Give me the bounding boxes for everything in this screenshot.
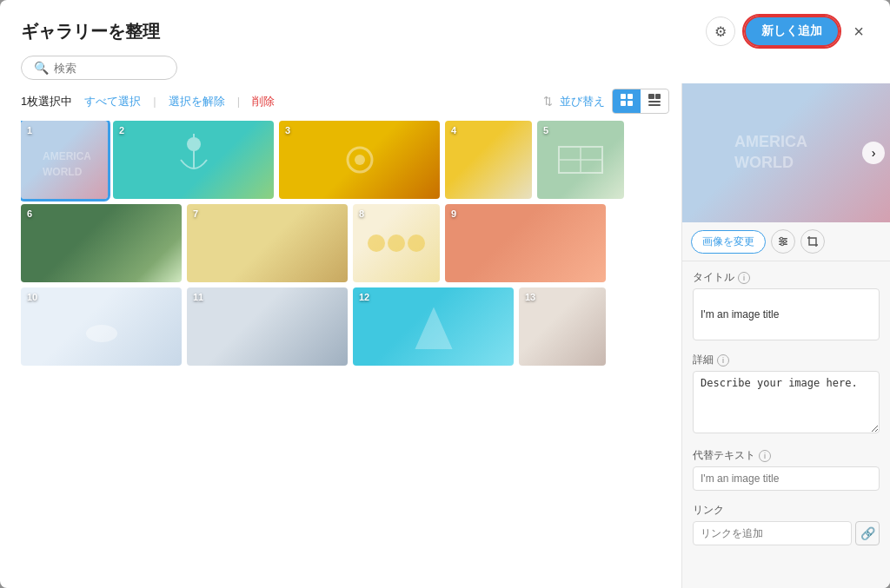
image-thumb-9[interactable]: 9 <box>445 204 606 282</box>
svg-rect-2 <box>621 101 626 106</box>
search-icon: 🔍 <box>34 61 49 75</box>
search-box: 🔍 <box>21 56 177 80</box>
svg-text:AMERICA: AMERICA <box>734 133 807 150</box>
sort-area: ⇅ 並び替え <box>543 89 669 114</box>
image-thumb-1[interactable]: AMERICAWORLD 1 <box>21 121 108 199</box>
image-bg-8 <box>353 204 440 282</box>
image-num-9: 9 <box>451 208 456 219</box>
image-bg-10 <box>21 287 182 366</box>
svg-point-28 <box>784 241 787 243</box>
svg-rect-4 <box>648 94 654 99</box>
detail-field-group: 詳細 i Describe your image here. <box>682 344 890 439</box>
image-num-2: 2 <box>119 125 124 135</box>
grid-row-2: 6 7 8 <box>21 204 669 282</box>
detail-info-icon[interactable]: i <box>717 354 729 367</box>
image-num-6: 6 <box>27 208 32 219</box>
grid-row-3: 10 11 12 13 <box>21 287 669 366</box>
title-field-group: タイトル i <box>682 261 890 344</box>
alt-text-field-group: 代替テキスト i <box>682 439 890 494</box>
image-thumb-6[interactable]: 6 <box>21 204 182 282</box>
link-input[interactable] <box>693 521 852 545</box>
image-num-12: 12 <box>359 292 369 302</box>
crop-icon-button[interactable] <box>800 229 825 254</box>
image-thumb-11[interactable]: 11 <box>187 287 348 366</box>
image-thumb-12[interactable]: 12 <box>353 287 514 366</box>
svg-rect-0 <box>621 94 626 99</box>
svg-rect-6 <box>648 101 661 102</box>
link-field-group: リンク 🔗 <box>682 494 890 549</box>
preview-next-button[interactable]: › <box>862 142 885 164</box>
deselect-button[interactable]: 選択を解除 <box>169 94 225 109</box>
settings-button[interactable]: ⚙ <box>706 17 735 46</box>
title-input[interactable] <box>693 288 880 340</box>
grid-view-button[interactable] <box>613 89 641 113</box>
svg-rect-1 <box>628 94 633 99</box>
detail-label: 詳細 i <box>693 353 880 367</box>
image-bg-5 <box>537 121 624 199</box>
svg-point-19 <box>408 235 425 252</box>
svg-point-17 <box>368 235 385 252</box>
adjust-icon-button[interactable] <box>771 229 795 254</box>
image-thumb-13[interactable]: 13 <box>519 287 606 366</box>
svg-rect-5 <box>655 94 661 99</box>
svg-text:AMERICA: AMERICA <box>43 150 90 162</box>
image-thumb-5[interactable]: 5 <box>537 121 624 199</box>
list-view-button[interactable] <box>641 89 668 113</box>
image-thumb-2[interactable]: 2 <box>113 121 274 199</box>
image-num-11: 11 <box>193 292 203 302</box>
svg-rect-7 <box>648 104 661 106</box>
gallery-grid: AMERICAWORLD 1 2 3 <box>21 121 669 576</box>
link-label: リンク <box>693 503 880 518</box>
image-bg-4 <box>445 121 532 199</box>
close-button[interactable]: × <box>848 20 869 43</box>
modal-title: ギャラリーを整理 <box>21 20 160 43</box>
svg-marker-21 <box>416 309 451 348</box>
change-image-button[interactable]: 画像を変更 <box>691 230 766 254</box>
image-num-3: 3 <box>285 125 290 135</box>
image-bg-3 <box>279 121 440 199</box>
image-num-13: 13 <box>525 292 535 302</box>
image-bg-9 <box>445 204 606 282</box>
side-panel: AMERICAWORLD › 画像を変更 タイトル i <box>681 83 890 588</box>
link-icon-button[interactable]: 🔗 <box>855 521 880 545</box>
add-new-button[interactable]: 新しく追加 <box>744 16 840 47</box>
image-thumb-10[interactable]: 10 <box>21 287 182 366</box>
alt-text-label: 代替テキスト i <box>693 448 880 463</box>
search-input[interactable] <box>54 62 167 75</box>
modal-header: ギャラリーを整理 ⚙ 新しく追加 × <box>0 0 890 56</box>
image-bg-12 <box>353 287 514 366</box>
image-thumb-4[interactable]: 4 <box>445 121 532 199</box>
image-thumb-7[interactable]: 7 <box>187 204 348 282</box>
image-num-1: 1 <box>27 125 32 135</box>
title-info-icon[interactable]: i <box>738 272 750 284</box>
detail-input[interactable]: Describe your image here. <box>693 371 880 433</box>
content-area: 1枚選択中 すべて選択 | 選択を解除 | 削除 ⇅ 並び替え <box>0 83 890 588</box>
svg-point-18 <box>388 235 405 252</box>
svg-text:WORLD: WORLD <box>43 166 83 178</box>
image-thumb-8[interactable]: 8 <box>353 204 440 282</box>
title-label: タイトル i <box>693 270 880 285</box>
delete-button[interactable]: 削除 <box>252 94 275 109</box>
link-row: 🔗 <box>693 521 880 545</box>
image-num-5: 5 <box>543 125 548 135</box>
svg-point-13 <box>355 155 365 165</box>
search-area: 🔍 <box>0 56 890 83</box>
svg-point-27 <box>780 237 783 240</box>
alt-text-info-icon[interactable]: i <box>759 450 771 462</box>
image-num-8: 8 <box>359 208 364 219</box>
gallery-modal: ギャラリーを整理 ⚙ 新しく追加 × 🔍 1枚選択中 すべて選択 | 選択を解除… <box>0 0 890 588</box>
image-bg-1: AMERICAWORLD <box>21 121 108 199</box>
sort-button[interactable]: 並び替え <box>560 94 605 109</box>
gallery-section: 1枚選択中 すべて選択 | 選択を解除 | 削除 ⇅ 並び替え <box>0 83 681 588</box>
image-bg-11 <box>187 287 348 366</box>
image-num-4: 4 <box>451 125 456 135</box>
svg-point-11 <box>187 137 201 151</box>
header-right: ⚙ 新しく追加 × <box>706 16 869 47</box>
select-all-button[interactable]: すべて選択 <box>84 94 141 109</box>
image-num-7: 7 <box>193 208 198 219</box>
image-thumb-3[interactable]: 3 <box>279 121 440 199</box>
svg-point-20 <box>86 325 117 342</box>
svg-text:WORLD: WORLD <box>734 154 794 171</box>
alt-text-input[interactable] <box>693 466 880 491</box>
grid-row-1: AMERICAWORLD 1 2 3 <box>21 121 669 199</box>
